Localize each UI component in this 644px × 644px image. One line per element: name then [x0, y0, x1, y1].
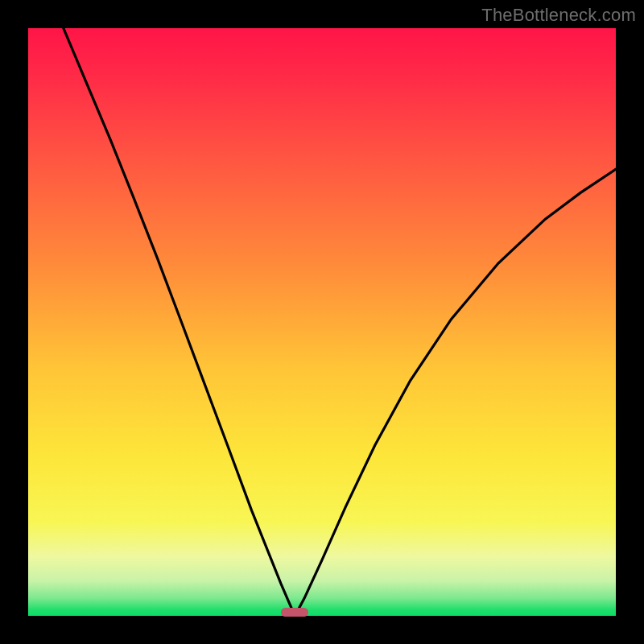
watermark-label: TheBottleneck.com	[481, 5, 636, 26]
bottleneck-curve	[28, 28, 616, 616]
chart-frame: TheBottleneck.com	[0, 0, 644, 644]
curve-left-branch	[64, 28, 295, 616]
minimum-marker	[281, 608, 308, 617]
plot-area	[28, 28, 616, 616]
curve-right-branch	[295, 169, 616, 616]
